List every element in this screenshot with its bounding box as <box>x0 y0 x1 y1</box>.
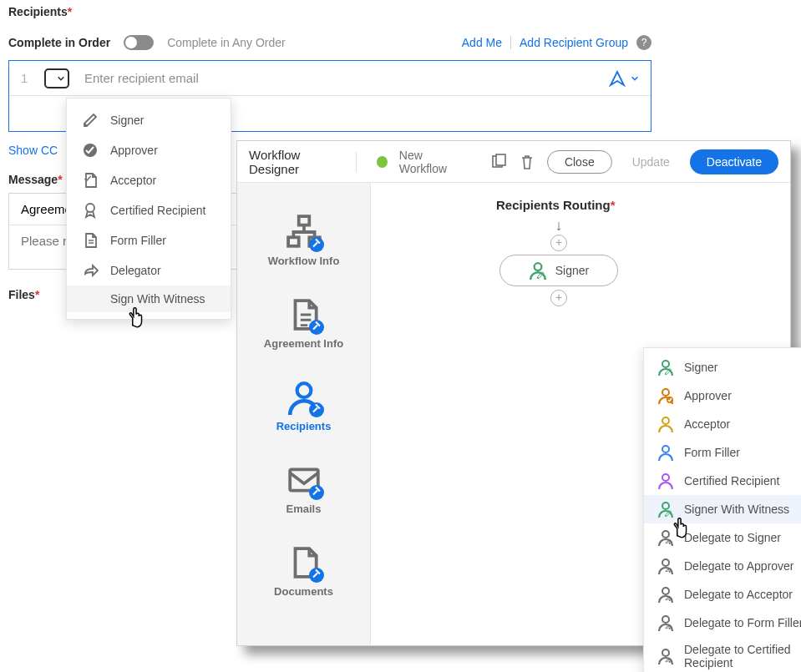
update-button[interactable]: Update <box>624 151 678 173</box>
trash-icon[interactable] <box>519 153 535 171</box>
wf-role-approver[interactable]: Approver <box>644 381 801 410</box>
recipient-role-dropdown[interactable] <box>44 68 69 88</box>
recipient-order-row: Complete in Order Complete in Any Order … <box>8 35 651 50</box>
role-option-acceptor[interactable]: Acceptor <box>67 165 231 195</box>
recipients-label: Recipients* <box>8 5 651 18</box>
wf-role-delegate-signer[interactable]: Delegate to Signer <box>644 523 801 552</box>
workflow-canvas: Recipients Routing* ↓ + Signer + Signer … <box>371 183 790 645</box>
ribbon-icon <box>82 202 99 219</box>
wf-role-signer[interactable]: Signer <box>644 353 801 381</box>
sidebar-item-workflow-info[interactable]: Workflow Info <box>237 200 370 282</box>
form-icon <box>82 232 99 249</box>
close-button[interactable]: Close <box>547 150 612 174</box>
wf-role-delegate-approver[interactable]: Delegate to Approver <box>644 552 801 580</box>
chevron-down-icon <box>57 74 65 83</box>
signer-icon <box>657 359 674 376</box>
signer-node[interactable]: Signer <box>499 255 618 286</box>
delegate-icon <box>657 614 674 631</box>
flow-arrow-icon: ↓ <box>555 217 563 235</box>
recipient-role-menu[interactable]: Signer Approver Acceptor Certified Recip… <box>66 98 231 320</box>
routing-title: Recipients Routing* <box>496 198 773 212</box>
sidebar-item-documents[interactable]: Documents <box>237 530 370 613</box>
delegate-icon <box>657 558 674 574</box>
chevron-down-icon <box>631 74 639 83</box>
add-node-top[interactable]: + <box>550 235 567 251</box>
signer-icon <box>529 261 547 280</box>
sidebar-item-recipients[interactable]: Recipients <box>237 365 370 447</box>
deactivate-button[interactable]: Deactivate <box>690 149 778 174</box>
wf-role-delegate-acceptor[interactable]: Delegate to Acceptor <box>644 580 801 609</box>
cursor-icon <box>670 516 690 539</box>
wf-role-delegate-certified[interactable]: Delegate to Certified Recipient <box>644 637 801 672</box>
wf-role-certified[interactable]: Certified Recipient <box>644 467 801 495</box>
add-me-link[interactable]: Add Me <box>462 36 502 49</box>
pen-icon <box>82 112 99 129</box>
svg-rect-8 <box>496 154 505 165</box>
recipient-row-1: 1 Enter recipient email <box>9 61 651 96</box>
workflow-toolbar: Workflow Designer New Workflow Close Upd… <box>237 141 790 183</box>
role-option-delegator[interactable]: Delegator <box>67 255 231 285</box>
add-node-bottom[interactable]: + <box>550 290 567 306</box>
recipient-email-placeholder[interactable]: Enter recipient email <box>84 71 594 85</box>
sidebar-item-agreement-info[interactable]: Agreement Info <box>237 282 370 365</box>
row-index: 1 <box>21 71 29 85</box>
delegate-icon <box>657 586 674 603</box>
share-arrow-icon <box>82 262 99 279</box>
help-icon[interactable]: ? <box>636 35 651 50</box>
complete-in-order-label: Complete in Order <box>8 36 110 49</box>
role-option-signer[interactable]: Signer <box>67 105 231 135</box>
wf-role-delegate-form-filler[interactable]: Delegate to Form Filler <box>644 609 801 637</box>
delegate-icon <box>657 648 674 664</box>
document-check-icon <box>82 172 99 189</box>
acceptor-icon <box>657 416 674 432</box>
certified-icon <box>657 472 674 489</box>
wf-role-form-filler[interactable]: Form Filler <box>644 438 801 467</box>
role-option-sign-with-witness[interactable]: Sign With Witness <box>67 285 231 312</box>
send-icon <box>609 70 626 87</box>
role-option-form-filler[interactable]: Form Filler <box>67 225 231 255</box>
order-toggle[interactable] <box>124 35 154 50</box>
workflow-sidebar: Workflow Info Agreement Info Recipients … <box>237 183 371 645</box>
role-option-approver[interactable]: Approver <box>67 135 231 165</box>
cursor-icon <box>125 306 145 329</box>
workflow-title: Workflow Designer <box>249 148 344 176</box>
workflow-name: New Workflow <box>399 149 467 175</box>
workflow-designer-window: Workflow Designer New Workflow Close Upd… <box>236 140 791 646</box>
form-filler-icon <box>657 444 674 461</box>
show-cc-link[interactable]: Show CC <box>8 144 58 157</box>
wf-role-signer-with-witness[interactable]: Signer With Witness <box>644 495 801 523</box>
check-circle-icon <box>82 142 99 159</box>
duplicate-icon[interactable] <box>490 153 507 171</box>
workflow-status-dot <box>377 156 388 168</box>
recipient-delivery-dropdown[interactable] <box>609 70 639 87</box>
role-option-certified[interactable]: Certified Recipient <box>67 195 231 225</box>
approver-icon <box>657 387 674 404</box>
sidebar-item-emails[interactable]: Emails <box>237 447 370 530</box>
wf-role-acceptor[interactable]: Acceptor <box>644 410 801 438</box>
complete-any-order-label: Complete in Any Order <box>167 36 449 49</box>
workflow-role-menu[interactable]: Signer Approver Acceptor Form Filler Cer… <box>643 347 801 672</box>
add-recipient-group-link[interactable]: Add Recipient Group <box>520 36 628 49</box>
signer-witness-icon <box>657 501 674 518</box>
link-divider <box>510 36 511 49</box>
